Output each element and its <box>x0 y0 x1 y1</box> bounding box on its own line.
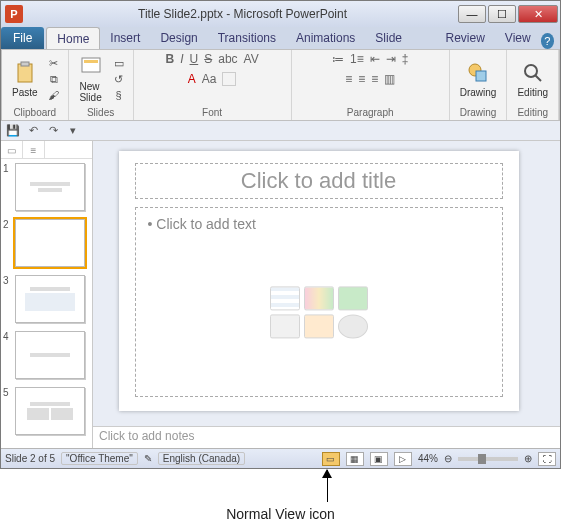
thumb-num: 2 <box>3 219 13 230</box>
tab-view[interactable]: View <box>495 27 541 49</box>
slide-canvas: Click to add title • Click to add text <box>119 151 519 411</box>
zoom-slider[interactable] <box>458 457 518 461</box>
thumb-num: 4 <box>3 331 13 342</box>
section-icon[interactable]: § <box>111 88 127 102</box>
undo-icon[interactable]: ↶ <box>25 123 41 139</box>
svg-rect-5 <box>476 71 486 81</box>
insert-clipart-icon[interactable] <box>304 314 334 338</box>
bold-button[interactable]: B <box>166 52 175 66</box>
fit-to-window-icon[interactable]: ⛶ <box>538 452 556 466</box>
zoom-in-button[interactable]: ⊕ <box>524 453 532 464</box>
slides-tab-icon[interactable]: ▭ <box>1 141 23 159</box>
thumb-num: 1 <box>3 163 13 174</box>
svg-line-7 <box>535 75 541 81</box>
clipboard-icon <box>13 61 37 85</box>
layout-icon[interactable]: ▭ <box>111 56 127 70</box>
redo-icon[interactable]: ↷ <box>45 123 61 139</box>
annotation-label: Normal View icon <box>0 506 561 522</box>
editing-button[interactable]: Editing <box>513 59 552 100</box>
save-icon[interactable]: 💾 <box>5 123 21 139</box>
tab-review[interactable]: Review <box>435 27 494 49</box>
insert-picture-icon[interactable] <box>270 314 300 338</box>
slide-sorter-view-icon[interactable]: ▦ <box>346 452 364 466</box>
thumb-num: 5 <box>3 387 13 398</box>
group-clipboard-label: Clipboard <box>8 106 62 120</box>
reset-icon[interactable]: ↺ <box>111 72 127 86</box>
reading-view-icon[interactable]: ▣ <box>370 452 388 466</box>
group-font-label: Font <box>140 106 285 120</box>
font-dropdown[interactable] <box>222 72 236 86</box>
window-title: Title Slide2.pptx - Microsoft PowerPoint <box>27 7 458 21</box>
thumbnail-3[interactable] <box>15 275 85 323</box>
group-drawing-label: Drawing <box>456 106 501 120</box>
find-icon <box>521 61 545 85</box>
tab-transitions[interactable]: Transitions <box>208 27 286 49</box>
group-editing-label: Editing <box>513 106 552 120</box>
status-language[interactable]: English (Canada) <box>158 452 245 465</box>
tab-file[interactable]: File <box>1 27 44 49</box>
tab-design[interactable]: Design <box>150 27 207 49</box>
insert-table-icon[interactable] <box>270 286 300 310</box>
svg-rect-3 <box>84 60 98 63</box>
bullet-icon: • <box>148 216 153 232</box>
insert-smartart-icon[interactable] <box>338 286 368 310</box>
strike-button[interactable]: S <box>204 52 212 66</box>
app-icon: P <box>5 5 23 23</box>
tab-insert[interactable]: Insert <box>100 27 150 49</box>
cut-icon[interactable]: ✂ <box>46 56 62 70</box>
new-slide-icon <box>79 55 103 79</box>
italic-button[interactable]: I <box>180 52 183 66</box>
slide-thumbnails-panel: ▭ ≡ 1 2 3 4 5 <box>1 141 93 448</box>
tab-animations[interactable]: Animations <box>286 27 365 49</box>
thumbnail-1[interactable] <box>15 163 85 211</box>
align-right-button[interactable]: ≡ <box>371 72 378 86</box>
new-slide-button[interactable]: New Slide <box>75 53 107 105</box>
copy-icon[interactable]: ⧉ <box>46 72 62 86</box>
insert-media-icon[interactable] <box>338 314 368 338</box>
content-placeholder[interactable]: • Click to add text <box>135 207 503 397</box>
outline-tab-icon[interactable]: ≡ <box>23 141 45 159</box>
spellcheck-icon[interactable]: ✎ <box>144 453 152 464</box>
tab-slideshow[interactable]: Slide Show <box>365 27 435 49</box>
thumbnail-5[interactable] <box>15 387 85 435</box>
underline-button[interactable]: U <box>190 52 199 66</box>
zoom-level[interactable]: 44% <box>418 453 438 464</box>
tab-home[interactable]: Home <box>46 27 100 49</box>
normal-view-icon[interactable]: ▭ <box>322 452 340 466</box>
content-placeholder-text: Click to add text <box>156 216 256 232</box>
shadow-button[interactable]: abc <box>218 52 237 66</box>
indent-inc-button[interactable]: ⇥ <box>386 52 396 66</box>
numbering-button[interactable]: 1≡ <box>350 52 364 66</box>
paste-button[interactable]: Paste <box>8 59 42 100</box>
qat-dropdown-icon[interactable]: ▾ <box>65 123 81 139</box>
format-painter-icon[interactable]: 🖌 <box>46 88 62 102</box>
align-left-button[interactable]: ≡ <box>345 72 352 86</box>
highlight-button[interactable]: Aa <box>202 72 217 86</box>
thumbnail-2[interactable] <box>15 219 85 267</box>
thumb-num: 3 <box>3 275 13 286</box>
status-theme[interactable]: "Office Theme" <box>61 452 138 465</box>
thumbnail-4[interactable] <box>15 331 85 379</box>
indent-dec-button[interactable]: ⇤ <box>370 52 380 66</box>
drawing-button[interactable]: Drawing <box>456 59 501 100</box>
char-spacing-button[interactable]: AV <box>244 52 259 66</box>
svg-rect-1 <box>21 62 29 66</box>
line-spacing-button[interactable]: ‡ <box>402 52 409 66</box>
font-color-button[interactable]: A <box>188 72 196 86</box>
content-insert-palette <box>270 286 368 338</box>
group-slides-label: Slides <box>75 106 127 120</box>
insert-chart-icon[interactable] <box>304 286 334 310</box>
help-icon[interactable]: ? <box>541 33 554 49</box>
columns-button[interactable]: ▥ <box>384 72 395 86</box>
close-button[interactable]: ✕ <box>518 5 558 23</box>
zoom-out-button[interactable]: ⊖ <box>444 453 452 464</box>
minimize-button[interactable]: — <box>458 5 486 23</box>
align-center-button[interactable]: ≡ <box>358 72 365 86</box>
shapes-icon <box>466 61 490 85</box>
bullets-button[interactable]: ≔ <box>332 52 344 66</box>
annotation: Normal View icon <box>0 470 561 530</box>
title-placeholder[interactable]: Click to add title <box>135 163 503 199</box>
notes-pane[interactable]: Click to add notes <box>93 426 560 448</box>
slideshow-view-icon[interactable]: ▷ <box>394 452 412 466</box>
maximize-button[interactable]: ☐ <box>488 5 516 23</box>
